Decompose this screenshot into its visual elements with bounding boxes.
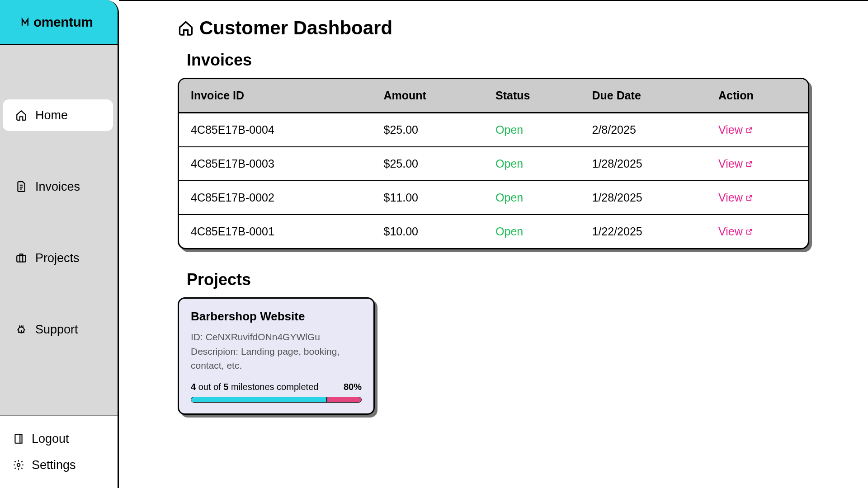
- progress-percent: 80%: [344, 382, 362, 392]
- sidebar-item-home[interactable]: Home: [3, 99, 113, 131]
- external-link-icon: [745, 127, 753, 134]
- external-link-icon: [745, 194, 753, 202]
- door-icon: [13, 433, 24, 445]
- sidebar-bottom: Logout Settings: [0, 415, 118, 488]
- nav-label: Projects: [35, 251, 80, 265]
- invoice-action: View: [710, 147, 808, 181]
- brand-text: omentum: [33, 14, 93, 30]
- home-icon: [15, 109, 27, 121]
- sidebar-item-invoices[interactable]: Invoices: [3, 171, 113, 202]
- document-icon: [15, 181, 27, 192]
- settings-button[interactable]: Settings: [13, 452, 118, 478]
- column-header: Action: [710, 79, 808, 113]
- invoice-due: 1/22/2025: [584, 215, 710, 248]
- projects-grid: Barbershop WebsiteID: CeNXRuvifdONn4GYWl…: [178, 297, 809, 415]
- invoice-id: 4C85E17B-0003: [179, 147, 376, 181]
- settings-label: Settings: [32, 458, 76, 472]
- invoice-status: Open: [487, 147, 584, 181]
- view-link[interactable]: View: [718, 225, 753, 238]
- invoice-action: View: [710, 181, 808, 215]
- invoice-due: 1/28/2025: [584, 181, 710, 215]
- view-link[interactable]: View: [718, 191, 753, 204]
- invoice-amount: $11.00: [376, 181, 488, 215]
- home-icon: [178, 20, 194, 36]
- logo-icon: [21, 16, 32, 28]
- project-card[interactable]: Barbershop WebsiteID: CeNXRuvifdONn4GYWl…: [178, 297, 375, 415]
- sidebar: omentum Home Invoices Projects Support L…: [0, 0, 119, 488]
- column-header: Status: [487, 79, 584, 113]
- invoices-heading: Invoices: [187, 51, 809, 70]
- invoice-action: View: [710, 215, 808, 248]
- milestone-summary: 4 out of 5 milestones completed80%: [191, 382, 362, 392]
- column-header: Due Date: [584, 79, 710, 113]
- invoices-table: Invoice IDAmountStatusDue DateAction 4C8…: [179, 79, 808, 248]
- invoices-card: Invoice IDAmountStatusDue DateAction 4C8…: [178, 78, 809, 249]
- logout-button[interactable]: Logout: [13, 426, 118, 452]
- invoice-id: 4C85E17B-0001: [179, 215, 376, 248]
- nav-label: Support: [35, 323, 78, 337]
- table-row: 4C85E17B-0003$25.00Open1/28/2025View: [179, 147, 808, 181]
- nav-label: Home: [35, 108, 68, 122]
- logo: omentum: [0, 0, 118, 45]
- projects-heading: Projects: [187, 270, 809, 289]
- svg-point-3: [17, 464, 20, 467]
- invoice-status: Open: [487, 215, 584, 248]
- invoice-status: Open: [487, 181, 584, 215]
- page-title-text: Customer Dashboard: [199, 17, 392, 39]
- external-link-icon: [745, 228, 753, 235]
- bug-icon: [15, 324, 27, 335]
- progress-bar: [191, 397, 362, 403]
- nav: Home Invoices Projects Support: [0, 45, 118, 415]
- svg-rect-2: [15, 434, 20, 443]
- nav-label: Invoices: [35, 180, 80, 194]
- invoice-amount: $25.00: [376, 113, 488, 147]
- briefcase-icon: [15, 252, 27, 264]
- invoice-action: View: [710, 113, 808, 147]
- invoice-status: Open: [487, 113, 584, 147]
- invoice-id: 4C85E17B-0004: [179, 113, 376, 147]
- table-row: 4C85E17B-0002$11.00Open1/28/2025View: [179, 181, 808, 215]
- invoice-amount: $25.00: [376, 147, 488, 181]
- view-link[interactable]: View: [718, 157, 753, 170]
- table-row: 4C85E17B-0004$25.00Open2/8/2025View: [179, 113, 808, 147]
- svg-rect-0: [17, 256, 26, 262]
- table-row: 4C85E17B-0001$10.00Open1/22/2025View: [179, 215, 808, 248]
- invoice-due: 2/8/2025: [584, 113, 710, 147]
- invoice-amount: $10.00: [376, 215, 488, 248]
- page-title: Customer Dashboard: [178, 17, 809, 39]
- column-header: Amount: [376, 79, 488, 113]
- column-header: Invoice ID: [179, 79, 376, 113]
- external-link-icon: [745, 160, 753, 168]
- gear-icon: [13, 459, 24, 471]
- invoice-id: 4C85E17B-0002: [179, 181, 376, 215]
- sidebar-item-support[interactable]: Support: [3, 314, 113, 345]
- view-link[interactable]: View: [718, 123, 753, 136]
- main: Customer Dashboard Invoices Invoice IDAm…: [119, 0, 868, 488]
- logout-label: Logout: [32, 432, 69, 446]
- invoice-due: 1/28/2025: [584, 147, 710, 181]
- project-name: Barbershop Website: [191, 310, 362, 324]
- sidebar-item-projects[interactable]: Projects: [3, 242, 113, 274]
- project-meta: ID: CeNXRuvifdONn4GYWlGuDescripion: Land…: [191, 330, 362, 373]
